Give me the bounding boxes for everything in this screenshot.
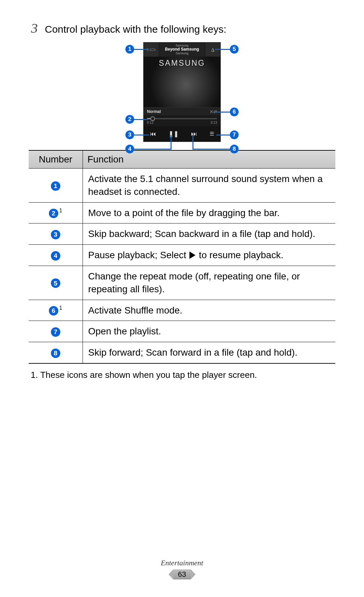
eq-label: Normal <box>147 109 161 114</box>
player-mock: 5.1Ch Samsung Beyond Samsung Samsung A S… <box>143 42 221 142</box>
skip-back-icon[interactable]: ⏮ <box>150 130 156 138</box>
row-badge: 1 <box>51 181 60 191</box>
section-name: Entertainment <box>0 559 364 567</box>
page-footer: Entertainment 63 <box>0 559 364 579</box>
row-func: Open the playlist. <box>83 321 335 342</box>
table-row: 8 Skip forward; Scan forward in a file (… <box>29 342 335 363</box>
table-row: 21 Move to a point of the file by draggi… <box>29 202 335 223</box>
repeat-label: A <box>211 47 214 52</box>
play-icon <box>189 251 195 259</box>
row-func: Pause playback; Select to resume playbac… <box>83 245 335 266</box>
pause-icon[interactable]: ❚❚ <box>169 130 179 138</box>
callout-6: 6 <box>230 108 239 116</box>
row-badge: 7 <box>51 327 60 337</box>
table-row: 7 Open the playlist. <box>29 321 335 342</box>
row-func: Activate the 5.1 channel surround sound … <box>83 169 335 203</box>
callout-line <box>192 135 193 150</box>
th-function: Function <box>83 150 335 169</box>
row-sup: 1 <box>59 305 62 311</box>
callout-line <box>133 49 149 50</box>
skip-fwd-icon[interactable]: ⏭ <box>191 130 197 138</box>
callout-line <box>215 112 231 113</box>
th-number: Number <box>29 150 83 169</box>
album-art[interactable]: SAMSUNG <box>144 57 220 107</box>
callout-3: 3 <box>125 130 134 139</box>
row-badge: 4 <box>51 251 60 261</box>
function-table: Number Function 1 Activate the 5.1 chann… <box>29 150 335 364</box>
row-func: Skip forward; Scan forward in a file (ta… <box>83 342 335 363</box>
callout-line <box>215 49 231 50</box>
callout-line <box>171 135 172 150</box>
artist-bottom: Samsung <box>176 52 188 55</box>
row-badge: 3 <box>51 230 60 239</box>
progress-thumb[interactable] <box>150 116 155 121</box>
callout-5: 5 <box>230 45 239 54</box>
callout-line <box>133 149 172 150</box>
row-badge: 8 <box>51 349 60 358</box>
table-row: 1 Activate the 5.1 channel surround soun… <box>29 169 335 203</box>
table-row: 5 Change the repeat mode (off, repeating… <box>29 266 335 300</box>
row-func: Move to a point of the file by dragging … <box>83 202 335 223</box>
row-badge: 6 <box>49 306 58 316</box>
row-func: Change the repeat mode (off, repeating o… <box>83 266 335 300</box>
progress-area: 0:12 3:13 <box>144 116 220 126</box>
track-title: Beyond Samsung <box>165 47 199 52</box>
table-row: 4 Pause playback; Select to resume playb… <box>29 245 335 266</box>
row-func-pre: Pause playback; Select <box>88 250 189 260</box>
step-text: Control playback with the following keys… <box>45 24 226 35</box>
callout-4: 4 <box>125 145 134 153</box>
row-func-post: to resume playback. <box>196 250 283 260</box>
page-number: 63 <box>173 569 191 579</box>
callout-line <box>133 119 148 120</box>
track-info: Samsung Beyond Samsung Samsung <box>159 42 205 57</box>
step-line: 3 Control playback with the following ke… <box>29 20 335 36</box>
row-badge: 2 <box>49 209 58 218</box>
callout-8: 8 <box>230 145 239 153</box>
row-badge: 5 <box>51 278 60 288</box>
time-elapsed: 0:12 <box>147 121 153 124</box>
row-sup: 1 <box>59 208 62 213</box>
footnote: 1. These icons are shown when you tap th… <box>29 370 335 380</box>
row-func: Skip backward; Scan backward in a file (… <box>83 223 335 245</box>
time-total: 3:13 <box>211 121 217 124</box>
progress-bar[interactable] <box>147 118 217 119</box>
callout-7: 7 <box>230 130 239 139</box>
album-logo: SAMSUNG <box>144 59 220 68</box>
callout-1: 1 <box>125 45 134 54</box>
table-row: 3 Skip backward; Scan backward in a file… <box>29 223 335 245</box>
step-number: 3 <box>29 20 40 36</box>
callout-line <box>192 149 231 150</box>
callout-line <box>216 135 231 136</box>
callout-2: 2 <box>125 115 134 124</box>
table-row: 61 Activate Shuffle mode. <box>29 300 335 321</box>
callout-line <box>133 135 149 136</box>
row-func: Activate Shuffle mode. <box>83 300 335 321</box>
playlist-icon[interactable]: ☰ <box>210 131 214 137</box>
player-diagram: 1 2 3 4 5 6 7 8 5.1Ch Samsung Beyond <box>125 42 239 142</box>
